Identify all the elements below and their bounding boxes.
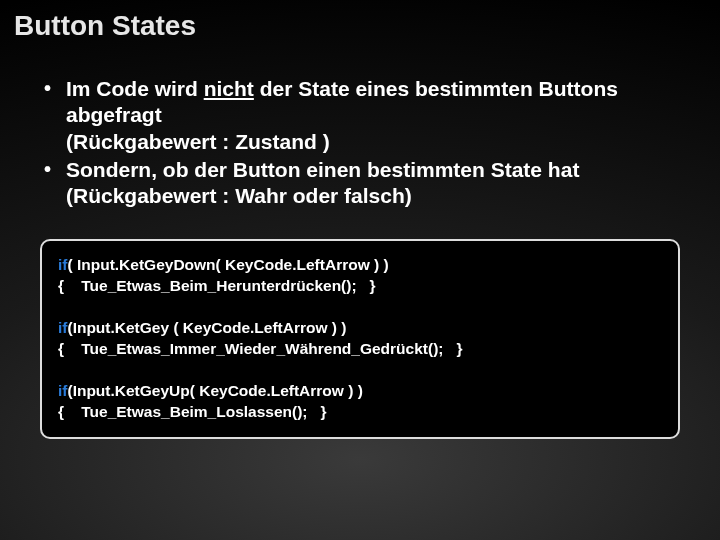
code-text: ( Input.KetGeyDown( KeyCode.LeftArrow ) … [67, 256, 388, 273]
bullet-item: Sondern, ob der Button einen bestimmten … [40, 157, 706, 210]
bullet-text: Im Code wird [66, 77, 204, 100]
bullet-subtext: (Rückgabewert : Wahr oder falsch) [66, 184, 412, 207]
bullet-text: Sondern, ob der Button einen bestimmten … [66, 158, 579, 181]
bullet-item: Im Code wird nicht der State eines besti… [40, 76, 706, 155]
code-block: if( Input.KetGeyDown( KeyCode.LeftArrow … [40, 239, 680, 438]
code-line: if( Input.KetGeyDown( KeyCode.LeftArrow … [58, 255, 662, 276]
code-line: { Tue_Etwas_Beim_Loslassen(); } [58, 402, 662, 423]
code-text: (Input.KetGeyUp( KeyCode.LeftArrow ) ) [67, 382, 362, 399]
code-line: if(Input.KetGeyUp( KeyCode.LeftArrow ) ) [58, 381, 662, 402]
bullet-subtext: (Rückgabewert : Zustand ) [66, 130, 330, 153]
code-text: (Input.KetGey ( KeyCode.LeftArrow ) ) [67, 319, 346, 336]
slide: Button States Im Code wird nicht der Sta… [0, 0, 720, 540]
slide-content: Im Code wird nicht der State eines besti… [0, 48, 720, 209]
slide-title: Button States [0, 0, 720, 48]
bullet-underline: nicht [204, 77, 254, 100]
code-blank-line [58, 297, 662, 318]
code-blank-line [58, 360, 662, 381]
bullet-list: Im Code wird nicht der State eines besti… [40, 76, 706, 209]
code-line: if(Input.KetGey ( KeyCode.LeftArrow ) ) [58, 318, 662, 339]
code-line: { Tue_Etwas_Immer_Wieder_Während_Gedrück… [58, 339, 662, 360]
code-line: { Tue_Etwas_Beim_Herunterdrücken(); } [58, 276, 662, 297]
